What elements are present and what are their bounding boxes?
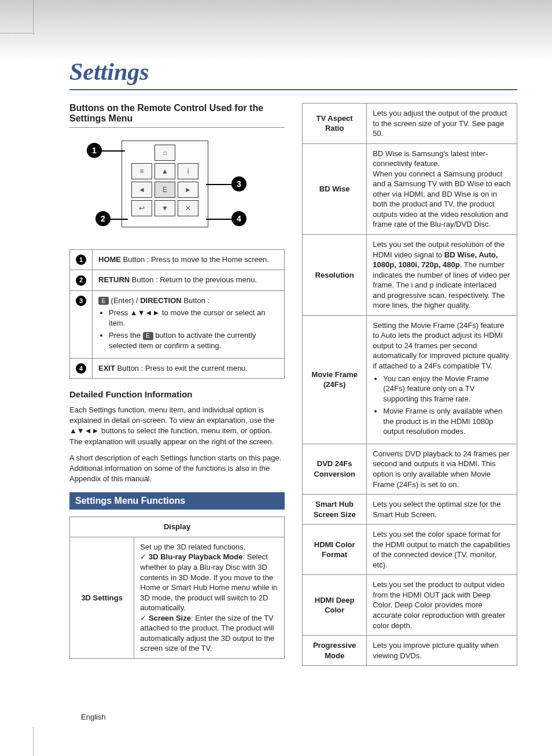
button-desc: HOME Button : Press to move to the Home … xyxy=(93,250,285,270)
right-row-desc: Lets you improve picture quality when vi… xyxy=(367,636,517,666)
tools-icon: ≡ xyxy=(131,163,152,179)
button-num: 4 xyxy=(70,358,93,378)
right-arrow-icon: ► xyxy=(178,182,198,198)
settings-menu-heading: Settings Menu Functions xyxy=(69,492,285,510)
return-icon: ↩ xyxy=(131,200,152,216)
button-desc: RETURN Button : Return to the previous m… xyxy=(93,270,285,290)
right-row-desc: Lets you set the product to output video… xyxy=(367,575,517,636)
page-title: Settings xyxy=(69,58,517,90)
button-num: 2 xyxy=(70,270,93,290)
right-row-desc: Lets you adjust the output of the produc… xyxy=(367,104,517,144)
exit-icon: ✕ xyxy=(178,200,198,216)
remote-heading: Buttons on the Remote Control Used for t… xyxy=(69,103,285,128)
right-row-desc: Setting the Movie Frame (24Fs) feature t… xyxy=(367,315,517,444)
info-icon: i xyxy=(178,163,198,179)
right-row-desc: Lets you set the output resolution of th… xyxy=(367,235,517,316)
right-row-label: Resolution xyxy=(303,235,367,316)
display-row-label: 3D Settings xyxy=(70,537,134,658)
callout-4: 4 xyxy=(231,211,246,226)
right-row-desc: Converts DVD playback to 24 frames per s… xyxy=(367,444,517,494)
callout-2: 2 xyxy=(95,211,111,226)
display-table: Display 3D Settings Set up the 3D relate… xyxy=(69,517,285,659)
up-arrow-icon: ▲ xyxy=(154,163,175,179)
right-row-label: TV Aspect Ratio xyxy=(303,104,367,144)
callout-1: 1 xyxy=(87,143,102,158)
right-row-label: HDMI Deep Color xyxy=(303,575,367,636)
button-desc: EXIT Button : Press to exit the current … xyxy=(93,358,285,378)
enter-icon: E xyxy=(154,182,175,198)
detail-heading: Detailed Function Information xyxy=(69,389,285,399)
right-column: TV Aspect Ratio Lets you adjust the outp… xyxy=(302,103,517,676)
right-row-label: Smart Hub Screen Size xyxy=(303,495,367,525)
right-row-label: Movie Frame (24Fs) xyxy=(303,315,367,444)
down-arrow-icon: ▼ xyxy=(154,200,175,216)
right-row-label: BD Wise xyxy=(303,143,367,234)
home-icon: ⌂ xyxy=(154,145,175,161)
footer-language: English xyxy=(81,713,106,721)
button-num: 1 xyxy=(70,250,93,270)
right-row-desc: Lets you select the optimal size for the… xyxy=(367,495,517,525)
buttons-table: 1 HOME Button : Press to move to the Hom… xyxy=(69,249,285,379)
right-row-label: DVD 24Fs Conversion xyxy=(303,444,367,494)
callout-3: 3 xyxy=(231,176,246,191)
detail-p1: Each Settings function, menu item, and i… xyxy=(69,405,285,447)
detail-p2: A short description of each Settings fun… xyxy=(69,453,285,485)
button-desc: E (Enter) / DIRECTION Button :Press ▲▼◄►… xyxy=(93,290,285,358)
right-row-desc: Lets you set the color space format for … xyxy=(367,525,517,575)
button-num: 3 xyxy=(70,290,93,358)
right-row-label: HDMI Color Format xyxy=(303,525,367,575)
left-column: Buttons on the Remote Control Used for t… xyxy=(69,103,285,676)
display-header: Display xyxy=(70,517,285,537)
right-table: TV Aspect Ratio Lets you adjust the outp… xyxy=(302,103,517,666)
right-row-label: Progressive Mode xyxy=(303,636,367,666)
right-row-desc: BD Wise is Samsung's latest inter-connec… xyxy=(367,143,517,234)
left-arrow-icon: ◄ xyxy=(131,182,152,198)
remote-diagram: ⌂ ≡ ▲ i ◄ E ► ↩ ▼ ✕ 1 xyxy=(69,136,285,240)
display-row-desc: Set up the 3D related functions.3D Blu-r… xyxy=(134,537,285,658)
